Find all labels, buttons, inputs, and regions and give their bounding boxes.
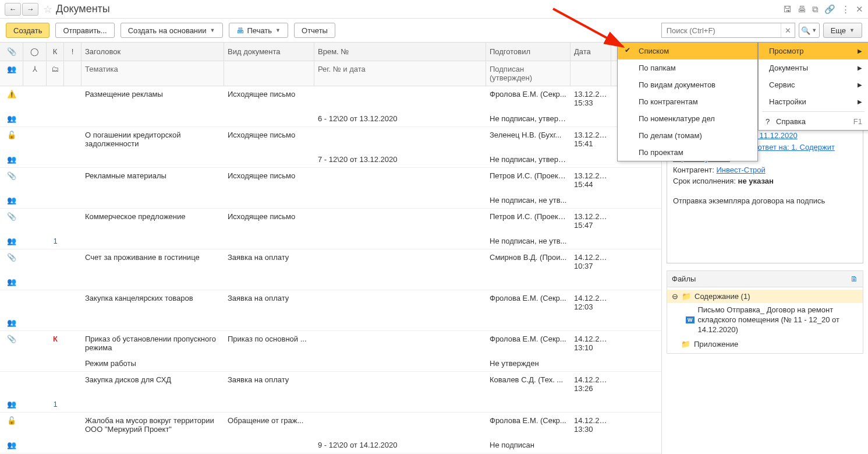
chevron-down-icon: ▼	[849, 27, 855, 33]
menu-item-По проектам[interactable]: По проектам	[618, 144, 757, 161]
chevron-right-icon: ▶	[858, 48, 862, 54]
document-list: 📎 ◯ К ! Заголовок Вид документа Врем. № …	[0, 42, 661, 454]
table-row[interactable]: 🔓О погашении кредиторской задолженностиИ…	[0, 127, 661, 168]
menu-item-help[interactable]: ?СправкаF1	[759, 113, 868, 130]
files-label: Файлы	[672, 274, 696, 283]
group-icon: 👥	[7, 114, 16, 123]
paperclip-icon: 📎	[7, 212, 16, 221]
col-date[interactable]: Дата	[571, 43, 611, 61]
forward-button[interactable]: →	[22, 3, 38, 16]
menu-item-По видам документов[interactable]: По видам документов	[618, 76, 757, 93]
print-label: Печать	[247, 26, 272, 35]
search-clear-button[interactable]: ✕	[781, 23, 795, 37]
close-icon[interactable]: ✕	[856, 4, 863, 15]
desc-contractor-link[interactable]: Инвест-Строй	[716, 166, 765, 174]
lock-icon: 🔓	[7, 416, 16, 425]
menu-item-Настройки[interactable]: Настройки▶	[759, 93, 868, 110]
title-bar: ← → ☆ Документы 🖫 🖶 ⧉ 🔗 ⋮ ✕	[0, 0, 868, 19]
tree-doc[interactable]: WПисьмо Отправка_ Договор на ремонт скла…	[667, 303, 863, 337]
menu-item-По делам (томам)[interactable]: По делам (томам)	[618, 127, 757, 144]
favorite-icon[interactable]: ☆	[43, 3, 52, 16]
send-button[interactable]: Отправить...	[55, 23, 114, 38]
col-prep[interactable]: Подготовил	[486, 43, 571, 61]
list-subheader: 👥 ⅄ 🗂 Тематика Рег. № и дата Подписан (у…	[0, 61, 661, 86]
save-icon[interactable]: 🖫	[783, 4, 792, 14]
menu-item-По папкам[interactable]: По папкам	[618, 59, 757, 76]
menu-item-По контрагентам[interactable]: По контрагентам	[618, 93, 757, 110]
search-button[interactable]: 🔍▼	[799, 23, 820, 38]
folder-icon: 📁	[681, 340, 690, 349]
desc-body: Отправка экземпляра договора на подпись	[673, 195, 857, 207]
chevron-down-icon: ▼	[275, 27, 281, 33]
reports-button[interactable]: Отчеты	[294, 23, 335, 38]
menu-item-Документы[interactable]: Документы▶	[759, 59, 868, 76]
col-hierarchy[interactable]: ⅄	[23, 61, 47, 86]
printer-icon: 🖶	[236, 26, 244, 35]
paperclip-icon: 📎	[7, 171, 16, 180]
col-blank3	[571, 61, 611, 86]
search-input[interactable]	[662, 23, 781, 37]
group-icon: 👥	[7, 196, 16, 205]
table-row[interactable]: 📎Коммерческое предложениеИсходящее письм…	[0, 209, 661, 249]
col-type[interactable]: Вид документа	[224, 43, 314, 61]
menu-item-По номенклатуре дел[interactable]: По номенклатуре дел	[618, 110, 757, 127]
create-label: Создать	[13, 26, 42, 35]
col-important[interactable]: !	[64, 43, 82, 61]
table-row[interactable]: 📎КПриказ об установлении пропускного реж…	[0, 331, 661, 372]
desc-deadline-label: Срок исполнения:	[673, 177, 738, 185]
group-icon: 👥	[7, 441, 16, 449]
col-signed[interactable]: Подписан (утвержден)	[486, 61, 571, 86]
table-row[interactable]: Закупка дисков для СХДЗаявка на оплатуКо…	[0, 372, 661, 413]
file-tree: ⊖📁Содержание (1) WПисьмо Отправка_ Догов…	[667, 287, 863, 354]
more-menu: Просмотр▶Документы▶Сервис▶Настройки▶?Спр…	[758, 42, 868, 131]
menu-item-Списком[interactable]: ✔Списком	[618, 43, 757, 59]
create-based-label: Создать на основании	[128, 26, 207, 35]
add-file-icon[interactable]: 🗎	[851, 274, 858, 283]
group-icon: 👥	[7, 277, 16, 286]
desc-deadline-value: не указан	[738, 177, 774, 185]
more-button[interactable]: Еще▼	[823, 23, 862, 38]
tree-doc-label: Письмо Отправка_ Договор на ремонт склад…	[698, 305, 859, 335]
create-button[interactable]: Создать	[6, 23, 49, 38]
col-topic[interactable]: Тематика	[82, 61, 224, 86]
col-participants[interactable]: 👥	[0, 61, 23, 86]
col-blank2	[224, 61, 314, 86]
table-row[interactable]: 📎Счет за проживание в гостиницеЗаявка на…	[0, 249, 661, 290]
search-box: ✕	[661, 23, 795, 38]
col-title[interactable]: Заголовок	[82, 43, 224, 61]
check-icon: ✔	[625, 46, 630, 54]
table-row[interactable]: ⚠️Размещение рекламыИсходящее письмоФрол…	[0, 86, 661, 127]
table-row[interactable]: 🔓Жалоба на мусор вокруг территории ООО "…	[0, 413, 661, 453]
col-attach[interactable]: 📎	[0, 43, 23, 61]
col-reg[interactable]: Врем. №	[314, 43, 486, 61]
kebab-icon[interactable]: ⋮	[841, 4, 850, 15]
col-blank	[64, 61, 82, 86]
menu-item-Просмотр[interactable]: Просмотр▶	[759, 43, 868, 59]
more-label: Еще	[831, 26, 846, 35]
paperclip-icon: 📎	[7, 253, 16, 262]
col-card[interactable]: 🗂	[47, 61, 64, 86]
group-icon: 👥	[7, 400, 16, 409]
window-icon[interactable]: ⧉	[812, 4, 819, 15]
col-k[interactable]: К	[47, 43, 64, 61]
print-button[interactable]: 🖶Печать▼	[229, 23, 289, 38]
word-icon: W	[686, 316, 695, 323]
list-header: 📎 ◯ К ! Заголовок Вид документа Врем. № …	[0, 42, 661, 61]
col-status[interactable]: ◯	[23, 43, 47, 61]
chevron-right-icon: ▶	[858, 82, 862, 88]
group-icon: 👥	[7, 155, 16, 164]
tree-attachments[interactable]: 📁Приложение	[667, 337, 863, 351]
table-row[interactable]: Закупка канцелярских товаровЗаявка на оп…	[0, 290, 661, 331]
group-icon: 👥	[7, 318, 16, 327]
print-icon[interactable]: 🖶	[798, 4, 806, 14]
table-row[interactable]: 📎Рекламные материалыИсходящее письмоПетр…	[0, 168, 661, 209]
collapse-icon[interactable]: ⊖	[672, 292, 678, 301]
help-icon: ?	[766, 117, 770, 126]
col-regdate[interactable]: Рег. № и дата	[314, 61, 486, 86]
back-button[interactable]: ←	[5, 3, 21, 16]
create-based-button[interactable]: Создать на основании▼	[121, 23, 223, 38]
link-icon[interactable]: 🔗	[824, 4, 835, 15]
tree-root[interactable]: ⊖📁Содержание (1)	[667, 290, 863, 303]
menu-item-Сервис[interactable]: Сервис▶	[759, 76, 868, 93]
desc-contractor-label: Контрагент:	[673, 166, 716, 174]
